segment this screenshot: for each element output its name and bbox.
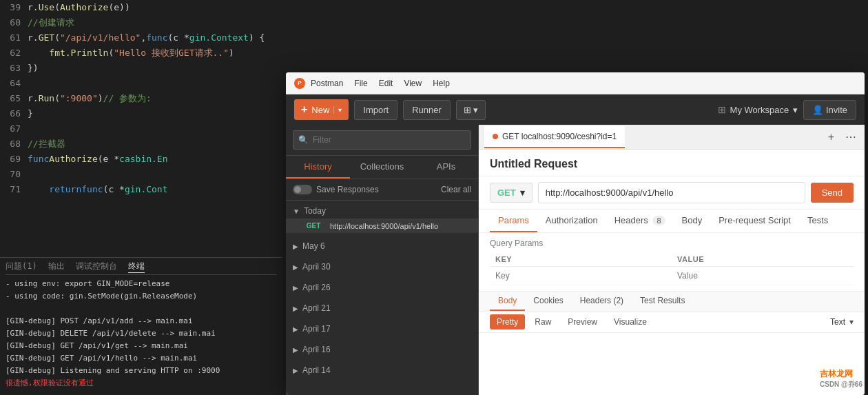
key-input[interactable] bbox=[495, 271, 666, 281]
save-responses-toggle[interactable]: Save Responses bbox=[293, 185, 379, 194]
history-date-apr21[interactable]: ▶ April 21 bbox=[286, 301, 478, 316]
method-select[interactable]: GET ▾ bbox=[490, 183, 533, 203]
watermark-sub: CSDN @乔66 bbox=[820, 380, 862, 389]
history-date-may6[interactable]: ▶ May 6 bbox=[286, 239, 478, 254]
toggle-switch[interactable] bbox=[293, 185, 312, 194]
chevron-down-icon: ▾ bbox=[333, 106, 342, 114]
request-tabs-bar: GET localhost:9090/ceshi?id=1 + ⋯ bbox=[479, 125, 865, 150]
params-tab-headers[interactable]: Headers 8 bbox=[606, 210, 674, 232]
clear-all-button[interactable]: Clear all bbox=[441, 185, 471, 194]
invite-button[interactable]: 👤 Invite bbox=[803, 100, 856, 120]
history-group-apr16: ▶ April 16 bbox=[286, 339, 478, 360]
history-group-apr30: ▶ April 30 bbox=[286, 256, 478, 277]
params-tab-tests[interactable]: Tests bbox=[799, 210, 836, 232]
terminal: 问题(1) 输出 调试控制台 终端 - using env: export GI… bbox=[0, 257, 282, 395]
format-tab-raw[interactable]: Raw bbox=[528, 314, 558, 330]
history-item-1[interactable]: GET http://localhost:9000/api/v1/hello bbox=[286, 219, 478, 233]
response-tab-body[interactable]: Body bbox=[490, 292, 525, 311]
watermark: 吉林龙网 CSDN @乔66 bbox=[820, 368, 862, 389]
new-button[interactable]: + New ▾ bbox=[294, 99, 349, 120]
params-tab-prerequest[interactable]: Pre-request Script bbox=[710, 210, 799, 232]
workspace-button[interactable]: ⊞ My Workspace ▾ bbox=[718, 104, 798, 115]
invite-icon: 👤 bbox=[812, 105, 823, 115]
format-tab-preview[interactable]: Preview bbox=[561, 314, 604, 330]
history-group-apr21: ▶ April 21 bbox=[286, 298, 478, 318]
code-line-71: 71 return func(c *gin.Cont bbox=[0, 182, 282, 197]
add-tab-button[interactable]: + bbox=[825, 128, 837, 146]
text-format-selector: Text ▾ bbox=[830, 314, 854, 330]
search-icon: 🔍 bbox=[298, 135, 309, 145]
runner-button[interactable]: Runner bbox=[403, 100, 451, 120]
response-tab-testresults[interactable]: Test Results bbox=[632, 292, 693, 311]
title-bar: P Postman File Edit View Help bbox=[286, 72, 865, 94]
postman-window: P Postman File Edit View Help + New ▾ Im… bbox=[286, 72, 865, 395]
code-line-39: 39 r.Use(Authorize(e)) bbox=[0, 0, 282, 15]
arrow-right-icon-apr26: ▶ bbox=[293, 284, 298, 292]
more-tabs-button[interactable]: ⋯ bbox=[843, 128, 859, 146]
params-row-empty bbox=[490, 267, 854, 285]
menu-help[interactable]: Help bbox=[433, 79, 450, 88]
plus-icon: + bbox=[301, 103, 307, 116]
params-tab-body[interactable]: Body bbox=[674, 210, 711, 232]
arrow-down-icon: ▼ bbox=[293, 207, 300, 215]
value-input[interactable] bbox=[677, 271, 848, 281]
code-line-70: 70 bbox=[0, 167, 282, 182]
url-bar: GET ▾ Send bbox=[479, 176, 865, 210]
history-date-apr16[interactable]: ▶ April 16 bbox=[286, 342, 478, 357]
history-date-apr26[interactable]: ▶ April 26 bbox=[286, 280, 478, 295]
method-badge-get: GET bbox=[302, 221, 324, 230]
history-date-apr30[interactable]: ▶ April 30 bbox=[286, 259, 478, 274]
terminal-tabs: 问题(1) 输出 调试控制台 终端 bbox=[6, 261, 277, 275]
code-line-62: 62 fmt.Println("Hello 接收到GET请求..") bbox=[0, 45, 282, 61]
history-group-apr14: ▶ April 14 bbox=[286, 360, 478, 381]
sidebar-tab-collections[interactable]: Collections bbox=[350, 156, 414, 179]
response-tab-headers[interactable]: Headers (2) bbox=[572, 292, 632, 311]
invite-label: Invite bbox=[826, 105, 847, 115]
arrow-right-icon: ▶ bbox=[293, 243, 298, 250]
history-date-today[interactable]: ▼ Today bbox=[286, 203, 478, 219]
icon-button[interactable]: ⊞ ▾ bbox=[456, 100, 486, 120]
import-button[interactable]: Import bbox=[354, 100, 397, 120]
terminal-tab-debug[interactable]: 调试控制台 bbox=[76, 261, 117, 273]
title-bar-menu: File Edit View Help bbox=[354, 79, 450, 88]
sidebar-tab-apis[interactable]: APIs bbox=[414, 156, 478, 179]
terminal-tab-problems[interactable]: 问题(1) bbox=[6, 261, 37, 273]
terminal-line-7: [GIN-debug] GET /api/v1/hello --> main.m… bbox=[6, 352, 277, 365]
format-tab-pretty[interactable]: Pretty bbox=[490, 314, 525, 330]
new-label: New bbox=[311, 105, 329, 115]
terminal-line-5: [GIN-debug] DELETE /api/v1/delete --> ma… bbox=[6, 327, 277, 340]
text-chevron-icon[interactable]: ▾ bbox=[849, 317, 854, 327]
history-section: ▼ Today GET http://localhost:9000/api/v1… bbox=[286, 201, 478, 395]
history-url-1: http://localhost:9000/api/v1/hello bbox=[330, 222, 438, 230]
response-area: Body Cookies Headers (2) Test Results Pr… bbox=[479, 291, 865, 395]
history-date-apr14[interactable]: ▶ April 14 bbox=[286, 363, 478, 378]
params-tab-authorization[interactable]: Authorization bbox=[537, 210, 606, 232]
code-line-66: 66 } bbox=[0, 106, 282, 121]
params-tab-params[interactable]: Params bbox=[490, 210, 537, 232]
terminal-tab-terminal[interactable]: 终端 bbox=[128, 261, 145, 273]
history-date-label: Today bbox=[304, 206, 326, 216]
url-input[interactable] bbox=[538, 182, 805, 203]
code-line-67: 67 bbox=[0, 121, 282, 136]
history-group-apr26: ▶ April 26 bbox=[286, 277, 478, 298]
search-bar: 🔍 bbox=[286, 125, 478, 156]
terminal-tab-output[interactable]: 输出 bbox=[48, 261, 65, 273]
menu-file[interactable]: File bbox=[354, 79, 367, 88]
params-table: KEY VALUE bbox=[490, 252, 854, 285]
format-tab-visualize[interactable]: Visualize bbox=[607, 314, 654, 330]
history-group-may6: ▶ May 6 bbox=[286, 236, 478, 256]
search-input[interactable] bbox=[293, 130, 471, 150]
send-button[interactable]: Send bbox=[811, 183, 854, 203]
history-date-apr17[interactable]: ▶ April 17 bbox=[286, 321, 478, 336]
menu-view[interactable]: View bbox=[404, 79, 422, 88]
menu-edit[interactable]: Edit bbox=[379, 79, 393, 88]
sidebar-tab-history[interactable]: History bbox=[286, 156, 350, 179]
terminal-line-1: - using env: export GIN_MODE=release bbox=[6, 278, 277, 290]
request-tab-active[interactable]: GET localhost:9090/ceshi?id=1 bbox=[484, 126, 625, 148]
response-tab-cookies[interactable]: Cookies bbox=[525, 292, 571, 311]
history-date-label-may6: May 6 bbox=[302, 241, 325, 251]
history-date-label-apr14: April 14 bbox=[302, 365, 331, 375]
main-request-area: GET localhost:9090/ceshi?id=1 + ⋯ Untitl… bbox=[479, 125, 865, 395]
terminal-line-9: 很遗憾,权限验证没有通过 bbox=[6, 377, 277, 389]
terminal-line-4: [GIN-debug] POST /api/v1/add --> main.ma… bbox=[6, 315, 277, 327]
